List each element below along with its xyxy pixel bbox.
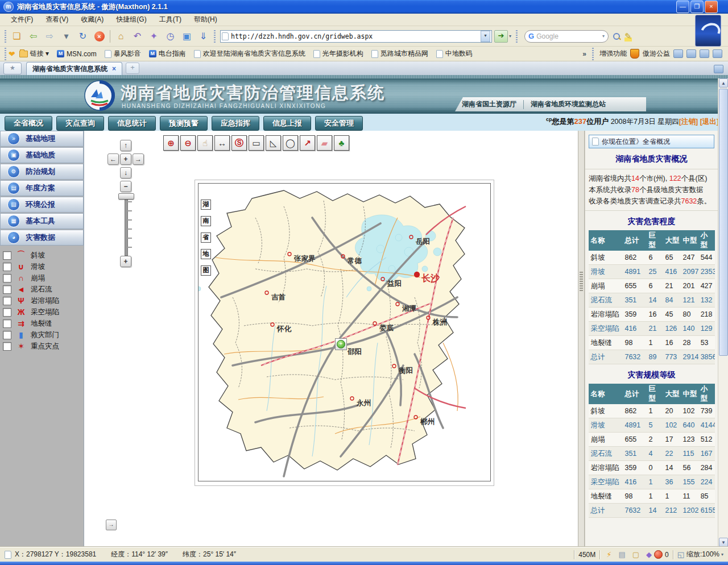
city-dot-长沙[interactable] <box>415 272 420 277</box>
dropdown-icon[interactable]: ▾ <box>59 28 74 44</box>
eraser-icon[interactable]: ▰ <box>317 135 332 151</box>
nav-tab-应急指挥[interactable]: 应急指挥 <box>212 116 259 131</box>
undo-icon[interactable]: ↶ <box>130 28 145 44</box>
splitter-handle-icon[interactable] <box>580 272 583 291</box>
layer-checkbox[interactable] <box>3 263 11 271</box>
page-scrollbar[interactable]: ▲ ▼ <box>718 78 728 547</box>
boost-icon[interactable]: ⚡ <box>606 550 611 559</box>
pan-right-button[interactable]: → <box>133 153 144 165</box>
page-next-button[interactable]: → <box>106 520 117 530</box>
sidebar-group-基本工具[interactable]: ▦基本工具 <box>0 213 84 229</box>
maxthon-shield-icon[interactable] <box>630 49 639 59</box>
nav-tab-信息上报[interactable]: 信息上报 <box>263 116 311 131</box>
menu-item-T[interactable]: 工具(T) <box>153 14 188 26</box>
sidebar-group-环境公报[interactable]: ▤环境公报 <box>0 197 84 213</box>
tab-active[interactable]: 湖南省地质灾害信息系统 × <box>26 62 122 75</box>
window-list-icon[interactable]: ▣ <box>179 28 195 44</box>
sidebar-group-基础地质[interactable]: ▣基础地质 <box>0 147 84 163</box>
nav-tab-全省概况[interactable]: 全省概况 <box>5 116 52 131</box>
toolbar-grip[interactable] <box>5 30 6 43</box>
zoom-in-icon[interactable]: ⊕ <box>163 135 179 151</box>
go-dropdown-icon[interactable]: ▾ <box>509 34 511 39</box>
layer-checkbox[interactable] <box>3 274 11 282</box>
pan-icon[interactable]: ☝ <box>197 135 213 151</box>
close-button[interactable]: × <box>705 1 718 13</box>
map-viewport[interactable]: 湖南省地图 <box>198 183 491 481</box>
layer-checkbox[interactable] <box>3 251 11 260</box>
plugin-icon[interactable]: ◆ <box>646 550 652 559</box>
menu-item-V[interactable]: 查看(V) <box>39 14 75 26</box>
link-geo-env-station[interactable]: 湖南省地质环境监测总站 <box>524 99 613 109</box>
select-polygon-icon[interactable]: ◺ <box>266 135 281 151</box>
menu-item-F[interactable]: 文件(F) <box>5 14 39 26</box>
minimize-button[interactable]: — <box>676 1 689 13</box>
select-rect-icon[interactable]: ▭ <box>249 135 264 151</box>
toolbar-grip[interactable] <box>5 48 6 60</box>
hunan-province-map[interactable]: 张家界常德岳阳益阳长沙吉首湘潭株洲怀化娄底邵阳衡阳永州郴州 <box>198 184 490 481</box>
bookmark-item[interactable]: M电台指南 <box>145 48 190 60</box>
zoom-dropdown-icon[interactable]: ▾ <box>721 552 723 557</box>
new-tab-button[interactable]: + <box>126 63 139 74</box>
toolbar-grip[interactable] <box>214 30 216 43</box>
back-icon[interactable]: ⇦ <box>26 28 41 44</box>
measure-distance-icon[interactable]: ↔ <box>214 135 230 151</box>
measure-area-icon[interactable]: Ⓢ <box>231 135 247 151</box>
sidebar-group-防治规划[interactable]: ⚙防治规划 <box>0 164 84 180</box>
full-extent-icon[interactable]: ♣ <box>334 135 349 151</box>
bookmark-item[interactable]: 光年摄影机构 <box>309 48 367 60</box>
menu-item-G[interactable]: 快捷组(G) <box>110 14 152 26</box>
search-box[interactable]: G Google ▾ <box>524 30 609 43</box>
url-text[interactable]: http://dzzh.hndh.gov.cn/gridweb.aspx <box>231 32 481 40</box>
search-input[interactable]: Google <box>536 32 602 40</box>
tab-close-icon[interactable]: × <box>112 65 116 73</box>
nav-tab-预测预警[interactable]: 预测预警 <box>160 116 208 131</box>
forward-icon[interactable]: ⇨ <box>42 28 57 44</box>
new-page-icon[interactable]: ❏ <box>9 28 24 44</box>
layer-checkbox[interactable] <box>3 319 11 328</box>
sidebar-group-灾害数据[interactable]: ◕灾害数据 <box>0 230 84 246</box>
bookmark-item[interactable]: 欢迎登陆湖南省地质灾害信息系统 <box>190 48 309 60</box>
favorites-tab-button[interactable]: ★ <box>3 63 22 74</box>
layer-checkbox[interactable] <box>3 297 11 305</box>
map-marker-button[interactable]: + <box>335 338 347 350</box>
draw-line-icon[interactable]: ↗ <box>300 135 315 151</box>
history-icon[interactable]: ◷ <box>163 28 178 44</box>
maxthon-logo[interactable] <box>695 15 721 47</box>
menu-item-A[interactable]: 收藏(A) <box>75 14 110 26</box>
popup-blocked-icon[interactable] <box>654 550 663 559</box>
scroll-up-icon[interactable]: ▲ <box>719 78 728 88</box>
zoom-out-button[interactable]: − <box>120 181 131 192</box>
pan-center-button[interactable]: + <box>120 153 131 165</box>
nav-tab-信息统计[interactable]: 信息统计 <box>108 116 156 131</box>
menu-item-H[interactable]: 帮助(H) <box>188 14 224 26</box>
toolbar-grip[interactable] <box>592 48 594 60</box>
scroll-down-icon[interactable]: ▼ <box>719 538 728 547</box>
proxy-icon[interactable]: ▤ <box>618 550 625 559</box>
nav-tab-灾点查询[interactable]: 灾点查询 <box>56 116 104 131</box>
home-icon[interactable]: ⌂ <box>113 28 129 44</box>
google-logo-icon[interactable]: G <box>528 32 534 40</box>
maximize-button[interactable]: ❐ <box>690 1 704 13</box>
download-icon[interactable]: ⇓ <box>196 28 211 44</box>
layer-checkbox[interactable] <box>3 331 11 339</box>
search-engine-dropdown-icon[interactable]: ▾ <box>602 34 605 39</box>
sidebar-group-基础地理[interactable]: »基础地理 <box>0 131 84 147</box>
resize-icon[interactable]: ◱ <box>677 550 684 559</box>
favorites-icon[interactable]: ❤ <box>9 49 15 59</box>
highlighter-icon[interactable]: ✎ <box>624 31 632 41</box>
zoom-out-icon[interactable]: ⊖ <box>180 135 196 151</box>
exit-link[interactable]: [退出] <box>700 118 719 126</box>
search-icon[interactable] <box>613 33 620 40</box>
scroll-thumb[interactable] <box>719 89 728 356</box>
layer-checkbox[interactable] <box>3 342 11 351</box>
link-land-resources-dept[interactable]: 湖南省国土资源厅 <box>455 99 523 109</box>
address-bar[interactable]: http://dzzh.hndh.gov.cn/gridweb.aspx ▾ <box>220 30 492 43</box>
skin-icon[interactable] <box>673 49 683 58</box>
url-dropdown-icon[interactable]: ▾ <box>481 31 490 42</box>
magic-fill-icon[interactable]: ✦ <box>146 28 162 44</box>
maxthon-window-icon[interactable]: m <box>3 2 14 12</box>
zoom-slider-thumb[interactable] <box>118 193 134 200</box>
notes-icon[interactable] <box>700 49 709 58</box>
layer-checkbox[interactable] <box>3 285 11 294</box>
plus-features-link[interactable]: 增强功能 <box>599 49 627 59</box>
